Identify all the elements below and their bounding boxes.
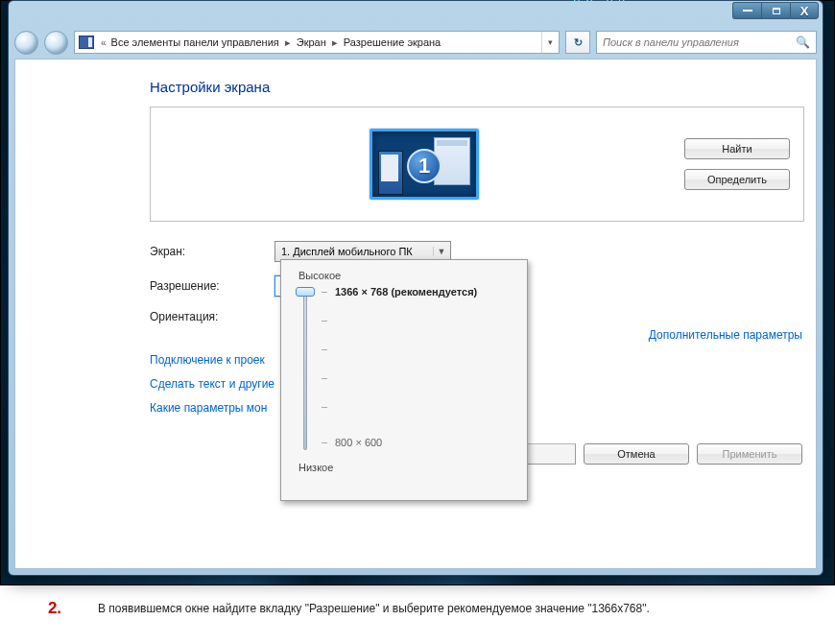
find-button[interactable]: Найти bbox=[684, 138, 790, 159]
maximize-icon bbox=[773, 8, 780, 14]
identify-button[interactable]: Определить bbox=[684, 169, 790, 190]
control-panel-icon bbox=[79, 36, 94, 49]
slider-high-label: Высокое bbox=[298, 270, 513, 281]
monitor-preview[interactable]: 1 bbox=[370, 129, 479, 200]
monitor-preview-box: 1 Найти Определить bbox=[150, 107, 804, 222]
slider-track-column[interactable] bbox=[295, 287, 316, 456]
search-icon[interactable]: 🔍 bbox=[790, 36, 816, 49]
orientation-label: Ориентация: bbox=[150, 310, 274, 323]
window-control-group: X bbox=[732, 2, 819, 19]
slider-ticks: 1366 × 768 (рекомендуется) 800 × 600 bbox=[333, 287, 513, 456]
nav-forward-button[interactable] bbox=[44, 31, 68, 55]
step-number: 2. bbox=[12, 599, 98, 618]
slider-tick bbox=[322, 378, 327, 379]
apply-button[interactable]: Применить bbox=[697, 443, 802, 465]
breadcrumb-sep: ▸ bbox=[281, 36, 295, 49]
screen-value: 1. Дисплей мобильного ПК bbox=[281, 246, 413, 257]
slider-track[interactable] bbox=[303, 291, 307, 450]
minimize-button[interactable] bbox=[732, 2, 761, 19]
close-icon: X bbox=[800, 4, 809, 18]
content-area: Настройки экрана 1 Найти Определить Экра… bbox=[15, 60, 816, 568]
cancel-button[interactable]: Отмена bbox=[584, 443, 689, 465]
breadcrumb-item-0[interactable]: Все элементы панели управления bbox=[109, 36, 281, 48]
slider-tick bbox=[322, 407, 327, 408]
content-surface: Настройки экрана 1 Найти Определить Экра… bbox=[14, 59, 817, 569]
slider-tick bbox=[322, 442, 327, 443]
maximize-button[interactable] bbox=[761, 2, 790, 19]
advanced-settings-link[interactable]: Дополнительные параметры bbox=[649, 328, 802, 342]
step-text: В появившемся окне найдите вкладку "Разр… bbox=[98, 602, 650, 615]
breadcrumb-sep: ▸ bbox=[328, 36, 342, 49]
nav-row: « Все элементы панели управления ▸ Экран… bbox=[9, 26, 823, 59]
nav-back-button[interactable] bbox=[14, 31, 38, 55]
page-title: Настройки экрана bbox=[150, 79, 804, 95]
search-box[interactable]: 🔍 bbox=[596, 31, 817, 54]
slider-tick bbox=[322, 349, 327, 350]
address-dropdown[interactable]: ▾ bbox=[541, 32, 559, 53]
search-input[interactable] bbox=[597, 36, 790, 48]
monitor-taskbar-graphic bbox=[378, 151, 403, 195]
minimize-icon bbox=[743, 10, 752, 12]
slider-tick bbox=[322, 292, 327, 293]
breadcrumb-item-2[interactable]: Разрешение экрана bbox=[342, 36, 442, 48]
breadcrumb-item-1[interactable]: Экран bbox=[295, 36, 328, 48]
address-bar[interactable]: « Все элементы панели управления ▸ Экран… bbox=[74, 31, 560, 54]
monitor-number-badge: 1 bbox=[407, 149, 441, 183]
titlebar[interactable]: CC AB X bbox=[9, 1, 823, 26]
refresh-icon: ↻ bbox=[574, 36, 583, 49]
slider-current-label: 1366 × 768 (рекомендуется) bbox=[335, 286, 477, 298]
slider-thumb[interactable] bbox=[296, 287, 315, 297]
refresh-button[interactable]: ↻ bbox=[565, 31, 590, 54]
slider-bottom-label: 800 × 600 bbox=[335, 437, 382, 448]
slider-low-label: Низкое bbox=[298, 462, 513, 473]
projector-link[interactable]: Подключение к проек bbox=[150, 353, 265, 367]
breadcrumb-root-chevron[interactable]: « bbox=[98, 37, 109, 48]
dialog-button-row: Отмена Применить bbox=[511, 443, 802, 465]
which-settings-link[interactable]: Какие параметры мон bbox=[150, 401, 267, 415]
screen-label: Экран: bbox=[150, 245, 274, 258]
control-panel-window: CC AB X « Все элементы панели управления… bbox=[8, 0, 823, 576]
text-size-link[interactable]: Сделать текст и другие bbox=[150, 377, 274, 391]
slider-tick bbox=[322, 321, 327, 322]
instruction-footer: 2. В появившемся окне найдите вкладку "Р… bbox=[0, 599, 835, 618]
chevron-down-icon: ▼ bbox=[433, 247, 446, 256]
resolution-label: Разрешение: bbox=[150, 279, 274, 293]
close-button[interactable]: X bbox=[790, 2, 819, 19]
resolution-slider-popup: Высокое 1366 × 768 (рекомендуется) bbox=[280, 259, 528, 501]
titlebar-edge-text: CC AB bbox=[573, 0, 631, 4]
